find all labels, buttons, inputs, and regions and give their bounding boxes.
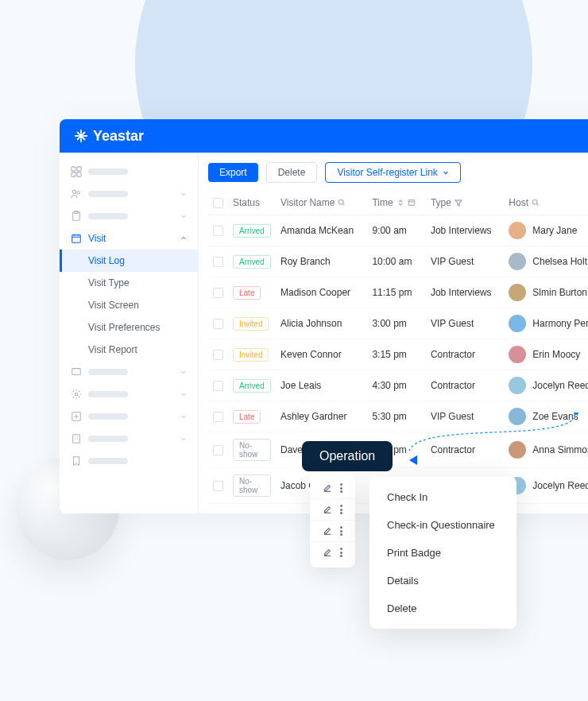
op-row: [310, 478, 355, 499]
svg-rect-9: [72, 235, 81, 243]
more-icon[interactable]: [340, 505, 342, 514]
svg-point-17: [532, 199, 537, 204]
time-cell: 9:00 am: [367, 215, 425, 246]
row-checkbox[interactable]: [213, 381, 223, 391]
host-name: Jocelyn Reed: [532, 480, 588, 491]
sidebar-item-placeholder[interactable]: [60, 361, 198, 383]
edit-icon[interactable]: [323, 548, 332, 557]
host-cell: Jocelyn Reed: [509, 477, 588, 494]
edit-icon[interactable]: [323, 505, 332, 514]
row-checkbox[interactable]: [213, 319, 223, 329]
op-row: [310, 521, 355, 542]
sort-icon[interactable]: [397, 199, 404, 207]
calendar-icon: [71, 233, 82, 244]
visit-table: Status Visitor Name Time Type Host Opera…: [208, 191, 588, 504]
sidebar-subitem[interactable]: Visit Preferences: [60, 316, 198, 339]
brand-logo: Yeastar: [74, 128, 144, 145]
visitor-cell: Alicia Johnson: [276, 308, 367, 339]
menu-item[interactable]: Check In: [369, 483, 516, 511]
menu-item[interactable]: Details: [369, 567, 516, 594]
filter-icon[interactable]: [455, 199, 462, 207]
sidebar: Visit Visit LogVisit TypeVisit ScreenVis…: [60, 153, 199, 513]
more-icon[interactable]: [340, 526, 342, 536]
chevron-down-icon: [180, 413, 187, 420]
visitor-cell: Keven Connor: [276, 339, 367, 370]
self-register-button[interactable]: Visitor Self-register Link: [325, 162, 461, 183]
status-badge: Invited: [233, 317, 269, 331]
export-button[interactable]: Export: [208, 163, 258, 182]
row-checkbox[interactable]: [213, 481, 223, 491]
calendar-icon[interactable]: [408, 199, 416, 207]
svg-rect-3: [72, 172, 75, 176]
avatar: [509, 253, 526, 270]
type-cell: Job Interviews: [426, 277, 504, 308]
svg-rect-10: [72, 369, 81, 375]
host-name: Chelsea Holt: [532, 256, 587, 267]
edit-icon[interactable]: [323, 483, 332, 493]
avatar: [509, 284, 526, 301]
avatar: [509, 222, 526, 239]
svg-point-15: [339, 199, 344, 204]
sidebar-subitem[interactable]: Visit Type: [60, 272, 198, 294]
time-cell: 4:30 pm: [367, 370, 425, 401]
chevron-down-icon: [180, 191, 187, 197]
sidebar-item-placeholder[interactable]: [60, 450, 198, 472]
select-all-checkbox[interactable]: [213, 198, 223, 208]
host-name: Erin Moocy: [532, 349, 580, 360]
avatar: [509, 346, 526, 363]
sidebar-item-placeholder[interactable]: [60, 405, 198, 428]
more-icon[interactable]: [340, 483, 342, 493]
search-icon[interactable]: [532, 199, 540, 207]
col-status: Status: [233, 197, 260, 208]
search-icon[interactable]: [338, 199, 346, 207]
type-cell: Contractor: [426, 339, 504, 370]
host-cell: Mary Jane: [509, 222, 588, 239]
sidebar-subitem[interactable]: Visit Report: [60, 339, 198, 361]
users-icon: [71, 188, 82, 199]
row-checkbox[interactable]: [213, 288, 223, 298]
operation-callout-label: Operation: [302, 441, 393, 471]
menu-item[interactable]: Delete: [369, 594, 516, 622]
row-checkbox[interactable]: [213, 412, 223, 422]
col-type: Type: [431, 197, 451, 208]
plus-box-icon: [71, 411, 82, 422]
time-cell: 3:00 pm: [367, 308, 425, 339]
status-badge: Arrived: [233, 379, 271, 393]
host-name: Jocelyn Reed: [532, 380, 588, 391]
table-row: Arrived Roy Branch 10:00 am VIP Guest Ch…: [208, 246, 588, 277]
host-name: Harmony Perry: [532, 318, 588, 329]
sidebar-item-placeholder[interactable]: [60, 161, 198, 183]
clipboard-icon: [71, 211, 82, 222]
sidebar-item-placeholder[interactable]: [60, 183, 198, 205]
table-row: Arrived Amanda McKean 9:00 am Job Interv…: [208, 215, 588, 246]
row-checkbox[interactable]: [213, 226, 223, 236]
time-cell: 3:15 pm: [367, 339, 425, 370]
sidebar-subitem[interactable]: Visit Screen: [60, 294, 198, 316]
row-checkbox[interactable]: [213, 350, 223, 360]
toolbar: Export Delete Visitor Self-register Link…: [208, 162, 588, 183]
type-cell: Job Interviews: [426, 215, 504, 246]
row-checkbox[interactable]: [213, 445, 223, 455]
sidebar-item-visit[interactable]: Visit: [60, 227, 198, 250]
status-badge: Invited: [233, 348, 269, 362]
sidebar-subitem[interactable]: Visit Log: [60, 250, 198, 272]
svg-point-11: [75, 393, 78, 396]
host-name: Mary Jane: [532, 225, 577, 236]
delete-button[interactable]: Delete: [266, 162, 318, 183]
menu-item[interactable]: Print Badge: [369, 539, 516, 567]
self-register-label: Visitor Self-register Link: [337, 167, 438, 178]
sidebar-item-placeholder[interactable]: [60, 428, 198, 450]
sidebar-item-placeholder[interactable]: [60, 383, 198, 405]
chevron-down-icon: [180, 436, 187, 442]
chevron-down-icon: [180, 369, 187, 375]
edit-icon[interactable]: [323, 526, 332, 536]
gear-icon: [71, 389, 82, 400]
chevron-down-icon: [180, 391, 187, 397]
svg-rect-1: [72, 167, 75, 171]
sidebar-item-placeholder[interactable]: [60, 205, 198, 227]
menu-item[interactable]: Check-in Questionnaire: [369, 511, 516, 539]
row-checkbox[interactable]: [213, 257, 223, 267]
table-row: Arrived Joe Leais 4:30 pm Contractor Joc…: [208, 370, 588, 401]
more-icon[interactable]: [340, 548, 342, 557]
host-cell: Jocelyn Reed: [509, 377, 588, 394]
